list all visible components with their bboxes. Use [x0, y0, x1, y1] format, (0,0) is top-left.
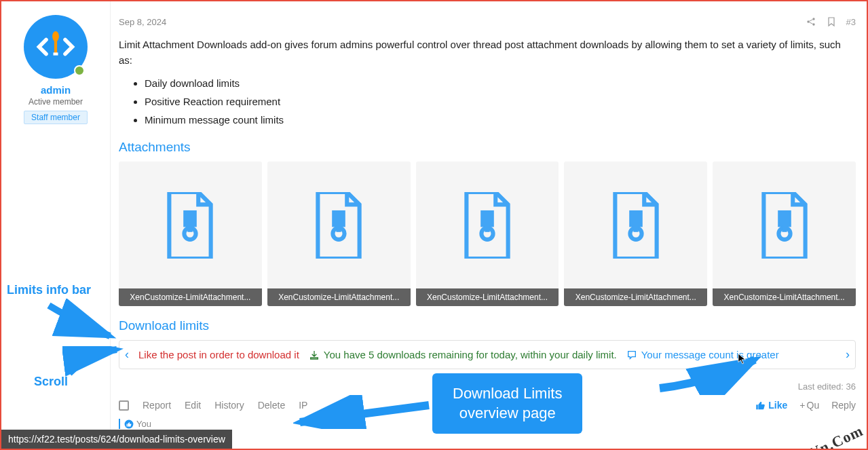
action-bar: Report Edit History Delete IP Like + Qu …: [119, 400, 856, 411]
comment-icon: [626, 350, 637, 360]
delete-link[interactable]: Delete: [258, 400, 285, 411]
post-number[interactable]: #3: [846, 17, 856, 27]
file-zip-icon: [313, 192, 364, 259]
browser-status-bar: https://xf22.test/posts/624/download-lim…: [1, 430, 232, 449]
download-icon: [309, 350, 320, 360]
report-link[interactable]: Report: [143, 400, 171, 411]
bullet-item: Minimum message count limits: [145, 112, 856, 128]
last-edited: Last edited: 36: [119, 381, 856, 392]
thumbs-up-icon: [755, 400, 766, 411]
attachment-filename: XenCustomize-LimitAttachment...: [713, 288, 856, 306]
attachment-filename: XenCustomize-LimitAttachment...: [267, 288, 411, 306]
reply-button[interactable]: Reply: [831, 400, 856, 411]
limit-msg-count: Your message count is greater: [626, 349, 779, 360]
share-icon[interactable]: [806, 16, 816, 27]
ip-link[interactable]: IP: [299, 400, 307, 411]
svg-rect-14: [485, 225, 489, 232]
svg-point-4: [812, 18, 814, 20]
attachment-item[interactable]: XenCustomize-LimitAttachment...: [416, 162, 559, 306]
svg-rect-18: [778, 210, 791, 227]
avatar[interactable]: [24, 15, 88, 79]
download-limits-bar[interactable]: ‹ Like the post in order to download it …: [119, 340, 856, 369]
svg-rect-17: [633, 225, 638, 232]
chevron-right-icon[interactable]: ›: [846, 348, 850, 362]
like-button[interactable]: Like: [755, 400, 787, 411]
svg-point-0: [52, 31, 59, 41]
history-link[interactable]: History: [214, 400, 244, 411]
bullet-item: Positive Reaction requirement: [145, 94, 856, 109]
file-zip-icon: [164, 192, 216, 259]
svg-rect-15: [629, 210, 643, 227]
online-indicator-icon: [74, 65, 85, 76]
file-zip-icon: [461, 192, 513, 259]
svg-rect-20: [782, 225, 787, 232]
svg-rect-11: [337, 225, 341, 232]
limit-msg-daily: You have 5 downloads remaining for today…: [309, 349, 617, 360]
bullet-item: Daily download limits: [145, 75, 856, 91]
user-title: Active member: [8, 97, 103, 107]
svg-rect-2: [54, 52, 58, 55]
attachment-item[interactable]: XenCustomize-LimitAttachment...: [564, 162, 707, 306]
avatar-code-icon: [32, 23, 79, 71]
attachment-item[interactable]: XenCustomize-LimitAttachment...: [119, 162, 262, 306]
quote-button[interactable]: + Qu: [799, 400, 819, 411]
staff-badge: Staff member: [24, 111, 88, 124]
post-body: Limit Attachment Downloads add-on gives …: [119, 37, 856, 128]
attachments-grid: XenCustomize-LimitAttachment... XenCusto…: [119, 162, 856, 306]
attachments-heading: Attachments: [119, 140, 856, 155]
svg-point-5: [812, 23, 814, 25]
attachment-filename: XenCustomize-LimitAttachment...: [119, 288, 262, 306]
svg-rect-9: [332, 210, 345, 227]
select-checkbox[interactable]: [119, 400, 129, 411]
svg-rect-1: [54, 40, 57, 54]
svg-rect-8: [188, 225, 193, 232]
svg-rect-6: [184, 210, 197, 227]
chevron-left-icon[interactable]: ‹: [125, 348, 129, 362]
svg-rect-12: [480, 210, 494, 227]
attachment-item[interactable]: XenCustomize-LimitAttachment...: [713, 162, 856, 306]
post-date[interactable]: Sep 8, 2024: [119, 17, 166, 27]
username[interactable]: admin: [8, 84, 103, 96]
user-column: admin Active member Staff member: [1, 1, 110, 449]
file-zip-icon: [759, 192, 810, 259]
reactions-summary[interactable]: You: [119, 419, 856, 429]
bookmark-icon[interactable]: [826, 16, 837, 27]
attachment-filename: XenCustomize-LimitAttachment...: [564, 288, 707, 306]
limit-msg-like: Like the post in order to download it: [138, 349, 299, 360]
file-zip-icon: [610, 192, 662, 259]
edit-link[interactable]: Edit: [185, 400, 201, 411]
attachment-item[interactable]: XenCustomize-LimitAttachment...: [267, 162, 411, 306]
post-main: Sep 8, 2024 #3 Limit Attachment Download…: [110, 1, 867, 449]
thumbs-up-icon: [124, 419, 134, 429]
download-limits-heading[interactable]: Download limits: [119, 318, 856, 333]
attachment-filename: XenCustomize-LimitAttachment...: [416, 288, 559, 306]
svg-point-3: [807, 20, 809, 22]
